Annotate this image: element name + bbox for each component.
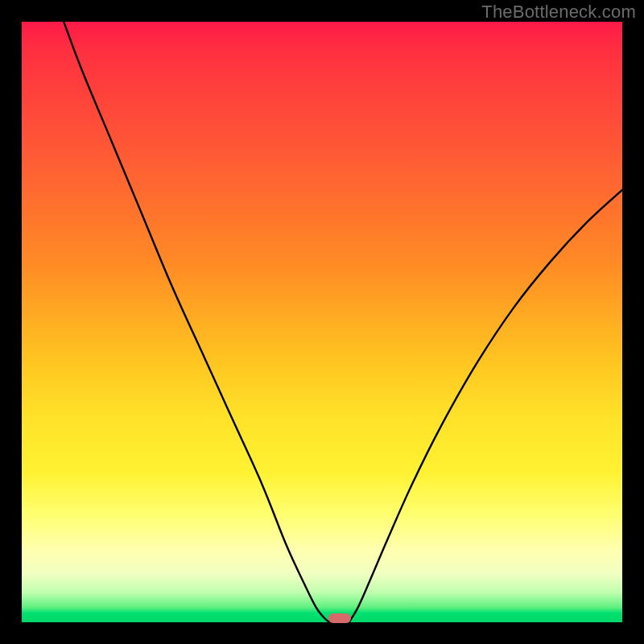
chart-frame: TheBottleneck.com xyxy=(0,0,644,644)
optimum-marker xyxy=(328,613,351,623)
curve-layer xyxy=(22,22,622,622)
bottleneck-curve xyxy=(64,22,622,622)
watermark-text: TheBottleneck.com xyxy=(481,2,636,23)
plot-area xyxy=(22,22,622,622)
